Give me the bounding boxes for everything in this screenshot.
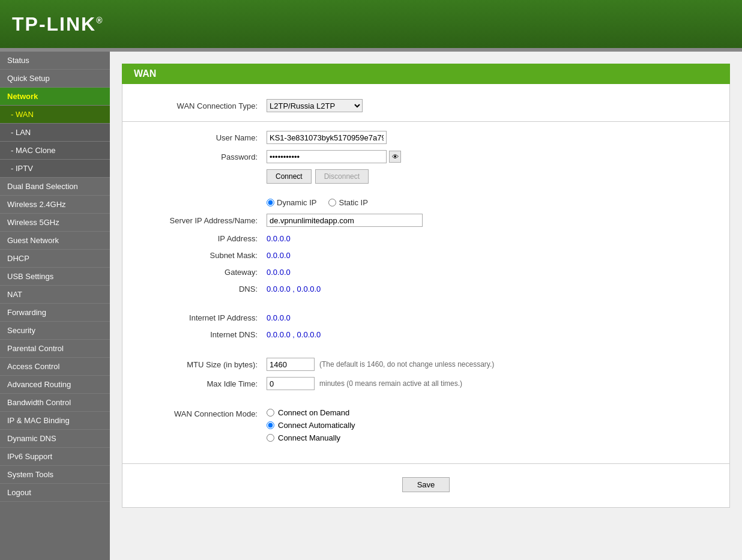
connect-on-demand-option: Connect on Demand	[267, 408, 355, 417]
sidebar-item-dual-band[interactable]: Dual Band Selection	[0, 178, 110, 196]
subnet-mask-row: Subnet Mask: 0.0.0.0	[122, 247, 729, 263]
gap-3	[122, 343, 729, 355]
logo: TP-LINK®	[12, 13, 104, 35]
connect-automatically-label[interactable]: Connect Automatically	[278, 421, 355, 430]
sidebar-item-mac-clone[interactable]: - MAC Clone	[0, 142, 110, 160]
ip-address-label: IP Address:	[134, 234, 267, 243]
show-password-icon[interactable]: 👁	[389, 151, 401, 163]
sidebar-item-wireless-5[interactable]: Wireless 5GHz	[0, 214, 110, 232]
internet-ip-label: Internet IP Address:	[134, 313, 267, 322]
dynamic-ip-option[interactable]: Dynamic IP	[267, 198, 316, 207]
gateway-value: 0.0.0.0	[267, 268, 291, 277]
divider-1	[122, 121, 729, 122]
wan-mode-row: WAN Connection Mode: Connect on Demand C…	[122, 405, 729, 445]
ip-address-value: 0.0.0.0	[267, 234, 291, 243]
password-row: Password: 👁	[122, 147, 729, 166]
sidebar-item-nat[interactable]: NAT	[0, 286, 110, 304]
server-ip-input[interactable]	[267, 214, 423, 227]
sidebar-item-wireless-24[interactable]: Wireless 2.4GHz	[0, 196, 110, 214]
dynamic-ip-radio[interactable]	[267, 199, 274, 206]
internet-ip-row: Internet IP Address: 0.0.0.0	[122, 309, 729, 326]
subnet-mask-label: Subnet Mask:	[134, 251, 267, 260]
sidebar-item-dhcp[interactable]: DHCP	[0, 250, 110, 268]
sidebar-item-guest-network[interactable]: Guest Network	[0, 232, 110, 250]
connect-buttons-group: Connect Disconnect	[267, 169, 369, 184]
connect-buttons-row: Connect Disconnect	[122, 166, 729, 187]
password-input[interactable]	[267, 150, 387, 163]
password-field-group: 👁	[267, 150, 401, 163]
username-row: User Name:	[122, 128, 729, 147]
sidebar-item-security[interactable]: Security	[0, 322, 110, 340]
connect-automatically-radio[interactable]	[267, 421, 274, 429]
sidebar-item-system-tools[interactable]: System Tools	[0, 466, 110, 484]
max-idle-hint: minutes (0 means remain active at all ti…	[319, 379, 462, 388]
sidebar-item-network[interactable]: Network	[0, 88, 110, 106]
static-ip-option[interactable]: Static IP	[328, 198, 367, 207]
sidebar-item-iptv[interactable]: - IPTV	[0, 160, 110, 178]
connect-on-demand-label[interactable]: Connect on Demand	[278, 408, 349, 417]
subnet-mask-value: 0.0.0.0	[267, 251, 291, 260]
mtu-hint: (The default is 1460, do not change unle…	[319, 360, 494, 369]
internet-dns-row: Internet DNS: 0.0.0.0 , 0.0.0.0	[122, 326, 729, 343]
save-button[interactable]: Save	[402, 477, 450, 492]
wan-connection-type-label: WAN Connection Type:	[134, 101, 267, 110]
save-row: Save	[122, 470, 729, 495]
sidebar-item-bandwidth-control[interactable]: Bandwidth Control	[0, 394, 110, 412]
divider-2	[122, 463, 729, 464]
main-layout: Status Quick Setup Network - WAN - LAN -…	[0, 52, 742, 560]
sidebar-item-ip-mac-binding[interactable]: IP & MAC Binding	[0, 412, 110, 430]
sidebar-item-forwarding[interactable]: Forwarding	[0, 304, 110, 322]
sidebar-item-wan[interactable]: - WAN	[0, 106, 110, 124]
sidebar-item-lan[interactable]: - LAN	[0, 124, 110, 142]
internet-ip-value: 0.0.0.0	[267, 313, 291, 322]
sidebar-item-logout[interactable]: Logout	[0, 484, 110, 502]
header: TP-LINK®	[0, 0, 742, 48]
internet-dns-label: Internet DNS:	[134, 330, 267, 339]
gateway-label: Gateway:	[134, 268, 267, 277]
sidebar-item-quick-setup[interactable]: Quick Setup	[0, 70, 110, 88]
mtu-row: MTU Size (in bytes): (The default is 146…	[122, 355, 729, 374]
sidebar-item-parental-control[interactable]: Parental Control	[0, 340, 110, 358]
sidebar-item-usb-settings[interactable]: USB Settings	[0, 268, 110, 286]
sidebar: Status Quick Setup Network - WAN - LAN -…	[0, 52, 110, 560]
static-ip-radio[interactable]	[328, 199, 336, 206]
wan-mode-label: WAN Connection Mode:	[134, 408, 267, 418]
dns-row: DNS: 0.0.0.0 , 0.0.0.0	[122, 280, 729, 297]
connect-manually-label[interactable]: Connect Manually	[278, 433, 340, 442]
username-input[interactable]	[267, 131, 387, 144]
sidebar-item-advanced-routing[interactable]: Advanced Routing	[0, 376, 110, 394]
max-idle-row: Max Idle Time: minutes (0 means remain a…	[122, 374, 729, 393]
sidebar-item-dynamic-dns[interactable]: Dynamic DNS	[0, 430, 110, 448]
connect-manually-option: Connect Manually	[267, 433, 355, 442]
gap-5	[122, 445, 729, 457]
gap-4	[122, 393, 729, 405]
page-title: WAN	[122, 64, 730, 84]
gap-1	[122, 187, 729, 194]
server-ip-row: Server IP Address/Name:	[122, 211, 729, 230]
max-idle-input[interactable]	[267, 377, 315, 390]
wan-form: WAN Connection Type: L2TP/Russia L2TP Dy…	[122, 84, 730, 508]
connect-manually-radio[interactable]	[267, 434, 274, 442]
connect-button[interactable]: Connect	[267, 169, 312, 184]
dynamic-ip-label: Dynamic IP	[277, 198, 316, 207]
ip-type-row: Dynamic IP Static IP	[122, 194, 729, 211]
ip-address-row: IP Address: 0.0.0.0	[122, 230, 729, 247]
wan-connection-type-select[interactable]: L2TP/Russia L2TP Dynamic IP PPPoE/Russia…	[267, 99, 363, 112]
connect-on-demand-radio[interactable]	[267, 409, 274, 417]
ip-type-radio-group: Dynamic IP Static IP	[267, 198, 368, 207]
wan-mode-options: Connect on Demand Connect Automatically …	[267, 408, 355, 442]
mtu-input[interactable]	[267, 358, 315, 371]
server-ip-label: Server IP Address/Name:	[134, 216, 267, 225]
static-ip-label: Static IP	[339, 198, 367, 207]
sidebar-item-ipv6-support[interactable]: IPv6 Support	[0, 448, 110, 466]
disconnect-button[interactable]: Disconnect	[315, 169, 369, 184]
sidebar-item-access-control[interactable]: Access Control	[0, 358, 110, 376]
content-area: WAN WAN Connection Type: L2TP/Russia L2T…	[110, 52, 742, 560]
sidebar-item-status[interactable]: Status	[0, 52, 110, 70]
dns-value: 0.0.0.0 , 0.0.0.0	[267, 285, 321, 294]
gap-2	[122, 297, 729, 309]
dns-label: DNS:	[134, 285, 267, 294]
gateway-row: Gateway: 0.0.0.0	[122, 263, 729, 280]
internet-dns-value: 0.0.0.0 , 0.0.0.0	[267, 330, 321, 339]
max-idle-label: Max Idle Time:	[134, 379, 267, 388]
